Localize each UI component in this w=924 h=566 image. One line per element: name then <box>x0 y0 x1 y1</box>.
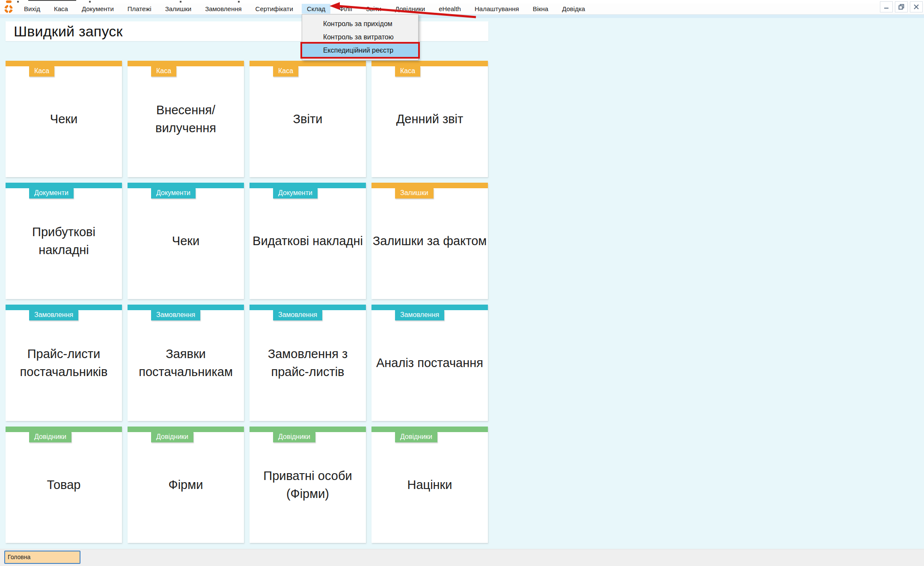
tile-Внесення/вилучення[interactable]: КасаВнесення/вилучення <box>128 61 244 177</box>
menubar-item-Документи[interactable]: Документи <box>77 4 119 14</box>
menubar-item-Сертифікати[interactable]: Сертифікати <box>250 4 298 14</box>
tile-label: Залишки за фактом <box>371 183 488 299</box>
menubar-item-Звіти[interactable]: Звіти <box>361 4 386 14</box>
dropdown-item-Контроль за витратою[interactable]: Контроль за витратою <box>302 30 418 44</box>
minimize-icon <box>883 4 889 10</box>
tile-Аналіз постачання[interactable]: ЗамовленняАналіз постачання <box>371 305 488 421</box>
menubar-item-Філії[interactable]: Філії <box>334 4 357 14</box>
menubar-item-Склад[interactable]: Склад Контроль за прихідомКонтроль за ви… <box>302 4 330 14</box>
tile-label: Звіти <box>250 61 366 177</box>
status-bar: Головна <box>0 549 924 566</box>
menubar-item-Залишки[interactable]: Залишки <box>160 4 197 14</box>
menubar-item-eHealth[interactable]: eHealth <box>434 4 466 14</box>
tile-Фірми[interactable]: ДовідникиФірми <box>128 427 244 543</box>
menubar-item-Довідники[interactable]: Довідники <box>390 4 430 14</box>
menu-items: ВихідКасаДокументиПлатежіЗалишкиЗамовлен… <box>19 3 590 14</box>
menubar-item-Каса[interactable]: Каса <box>49 4 73 14</box>
menubar-item-Налаштування[interactable]: Налаштування <box>469 4 524 14</box>
tile-label: Фірми <box>128 427 244 543</box>
close-button[interactable] <box>910 1 923 12</box>
menubar-item-Платежі[interactable]: Платежі <box>122 4 157 14</box>
menu-bar: ВихідКасаДокументиПлатежіЗалишкиЗамовлен… <box>0 3 924 15</box>
tile-Чеки[interactable]: ДокументиЧеки <box>128 183 244 299</box>
dropdown-item-Експедиційний реєстр[interactable]: Експедиційний реєстр <box>302 44 418 57</box>
tile-Денний звіт[interactable]: КасаДенний звіт <box>371 61 488 177</box>
tile-label: Денний звіт <box>371 61 488 177</box>
tile-label: Замовлення з прайс-листів <box>250 305 366 421</box>
tab-golovna[interactable]: Головна <box>4 551 80 564</box>
tile-label: Прибуткові накладні <box>6 183 122 299</box>
tile-label: Заявки постачальникам <box>128 305 244 421</box>
tile-Замовлення з прайс-листів[interactable]: ЗамовленняЗамовлення з прайс-листів <box>250 305 366 421</box>
menubar-item-Замовлення[interactable]: Замовлення <box>200 4 247 14</box>
restore-icon <box>898 4 904 10</box>
close-icon <box>913 4 919 10</box>
tile-label: Аналіз постачання <box>371 305 488 421</box>
main-content: Швидкий запуск КасаЧекиКасаВнесення/вилу… <box>0 15 924 549</box>
tile-Чеки[interactable]: КасаЧеки <box>6 61 122 177</box>
sklad-dropdown-menu: Контроль за прихідомКонтроль за витратою… <box>302 14 419 60</box>
tile-Націнки[interactable]: ДовідникиНацінки <box>371 427 488 543</box>
menubar-item-Вікна[interactable]: Вікна <box>528 4 554 14</box>
window-controls <box>880 1 923 12</box>
quick-launch-grid: КасаЧекиКасаВнесення/вилученняКасаЗвітиК… <box>6 61 488 543</box>
tile-Заявки постачальникам[interactable]: ЗамовленняЗаявки постачальникам <box>128 305 244 421</box>
tile-Звіти[interactable]: КасаЗвіти <box>250 61 366 177</box>
tile-Товар[interactable]: ДовідникиТовар <box>6 427 122 543</box>
cropped-titlebar-strip <box>0 0 924 3</box>
tile-Залишки за фактом[interactable]: ЗалишкиЗалишки за фактом <box>371 183 488 299</box>
tile-label: Націнки <box>371 427 488 543</box>
tile-label: Прайс-листи постачальників <box>6 305 122 421</box>
dropdown-item-Контроль за прихідом[interactable]: Контроль за прихідом <box>302 17 418 30</box>
tile-label: Внесення/вилучення <box>128 61 244 177</box>
menubar-item-Вихід[interactable]: Вихід <box>19 4 45 14</box>
page-title: Швидкий запуск <box>14 23 123 40</box>
tile-label: Приватні особи (Фірми) <box>250 427 366 543</box>
restore-button[interactable] <box>895 1 908 12</box>
tile-Видаткові накладні[interactable]: ДокументиВидаткові накладні <box>250 183 366 299</box>
cropped-logo-fragment <box>6 0 12 3</box>
menubar-item-Довідка[interactable]: Довідка <box>557 4 590 14</box>
tile-Прайс-листи постачальників[interactable]: ЗамовленняПрайс-листи постачальників <box>6 305 122 421</box>
tile-label: Товар <box>6 427 122 543</box>
app-logo-icon <box>4 5 13 13</box>
tile-label: Чеки <box>128 183 244 299</box>
tile-Прибуткові накладні[interactable]: ДокументиПрибуткові накладні <box>6 183 122 299</box>
tile-label: Чеки <box>6 61 122 177</box>
tile-Приватні особи (Фірми)[interactable]: ДовідникиПриватні особи (Фірми) <box>250 427 366 543</box>
tile-label: Видаткові накладні <box>250 183 366 299</box>
minimize-button[interactable] <box>880 1 893 12</box>
